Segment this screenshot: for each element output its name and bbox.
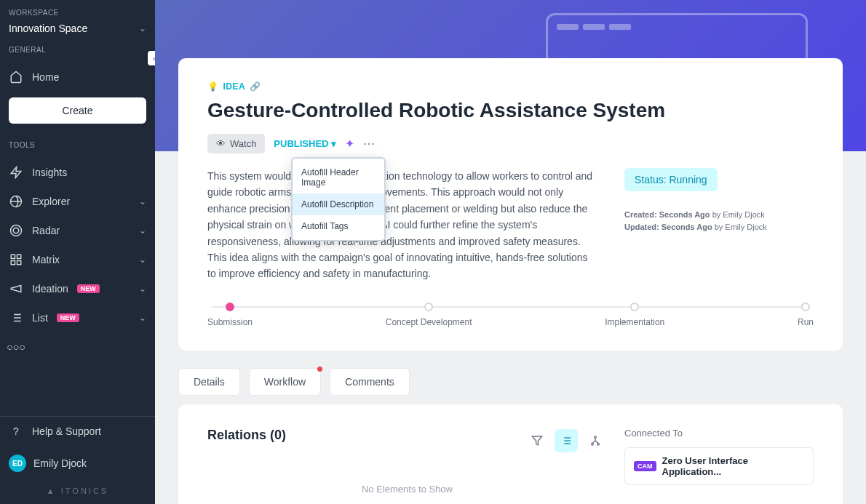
workspace-name: Innovation Space	[9, 23, 87, 34]
user-name: Emily Djock	[33, 457, 87, 469]
more-icon: ○○○	[9, 340, 23, 354]
lightbulb-icon: 💡	[207, 81, 219, 92]
idea-tag: 💡 IDEA 🔗	[207, 81, 814, 92]
list-icon	[9, 311, 23, 325]
connected-to-label: Connected To	[624, 428, 814, 439]
sidebar-item-list[interactable]: List NEW ⌄	[0, 303, 155, 332]
autofill-tags[interactable]: Autofill Tags	[293, 215, 384, 237]
chevron-down-icon: ⌄	[139, 313, 146, 323]
autofill-description[interactable]: Autofill Description	[293, 193, 384, 215]
sidebar-item-home[interactable]: Home	[0, 63, 155, 92]
megaphone-icon	[9, 281, 23, 296]
radar-label: Radar	[32, 225, 60, 236]
sparkle-button[interactable]: ✦	[345, 137, 354, 151]
svg-point-2	[13, 228, 19, 233]
watch-button[interactable]: 👁 Watch	[207, 134, 265, 153]
chevron-down-icon: ⌄	[139, 255, 146, 265]
svg-rect-4	[17, 255, 21, 258]
notification-dot	[317, 367, 322, 372]
caret-down-icon: ▾	[331, 138, 336, 149]
tools-label: TOOLS	[9, 141, 146, 149]
idea-card: 💡 IDEA 🔗 Gesture-Controlled Robotic Assi…	[178, 58, 843, 351]
home-icon	[9, 70, 23, 84]
workspace-label: WORKSPACE	[9, 9, 146, 17]
eye-icon: 👁	[216, 138, 226, 149]
svg-rect-6	[17, 261, 21, 265]
sidebar-more[interactable]: ○○○	[0, 332, 155, 361]
brand-logo: ▲ ITONICS	[0, 481, 155, 504]
create-button[interactable]: Create	[9, 97, 146, 124]
sidebar-item-explorer[interactable]: Explorer ⌄	[0, 187, 155, 216]
more-button[interactable]: ⋯	[363, 137, 375, 151]
grid-icon	[9, 252, 23, 267]
watch-label: Watch	[230, 138, 256, 149]
explorer-label: Explorer	[32, 196, 70, 207]
help-support[interactable]: ? Help & Support	[0, 417, 155, 446]
insights-label: Insights	[32, 167, 67, 178]
sidebar: WORKSPACE Innovation Space ⌄ « GENERAL H…	[0, 0, 155, 504]
page-title: Gesture-Controlled Robotic Assistance Sy…	[207, 99, 814, 122]
empty-state: No Elements to Show	[207, 469, 607, 504]
user-menu[interactable]: ED Emily Djock	[0, 446, 155, 481]
list-label: List	[32, 312, 48, 324]
status-badge: Status: Running	[624, 168, 718, 191]
cam-badge: CAM	[634, 461, 656, 471]
ideation-label: Ideation	[32, 283, 68, 295]
sidebar-item-insights[interactable]: Insights	[0, 158, 155, 187]
svg-point-18	[592, 444, 594, 446]
relations-card: Relations (0) No Elements to Show —Relat…	[178, 404, 843, 504]
idea-tag-text: IDEA	[223, 81, 246, 92]
sidebar-item-radar[interactable]: Radar ⌄	[0, 216, 155, 245]
new-badge: NEW	[77, 284, 100, 293]
workspace-selector[interactable]: Innovation Space ⌄	[9, 23, 146, 34]
tab-details[interactable]: Details	[178, 368, 240, 396]
published-label: PUBLISHED	[274, 138, 328, 149]
published-dropdown[interactable]: PUBLISHED ▾	[274, 138, 336, 149]
bolt-icon	[9, 165, 23, 180]
chevron-down-icon: ⌄	[139, 196, 146, 207]
home-label: Home	[32, 71, 59, 83]
globe-icon	[9, 194, 23, 209]
new-badge: NEW	[57, 313, 79, 322]
step-submission[interactable]: Submission	[207, 303, 253, 327]
radar-icon	[9, 223, 23, 238]
svg-point-17	[595, 436, 597, 439]
tab-comments[interactable]: Comments	[330, 368, 410, 396]
autofill-dropdown: Autofill Header Image Autofill Descripti…	[291, 157, 386, 241]
progress-tracker: Submission Concept Development Implement…	[207, 303, 814, 327]
autofill-header-image[interactable]: Autofill Header Image	[293, 161, 384, 193]
general-label: GENERAL	[9, 46, 146, 54]
svg-marker-13	[532, 436, 541, 445]
step-run[interactable]: Run	[798, 303, 814, 327]
step-implementation[interactable]: Implementation	[605, 303, 664, 327]
connected-item-text: Zero User Interface Application...	[662, 455, 805, 477]
chevron-down-icon: ⌄	[139, 23, 146, 33]
relations-title: Relations (0)	[207, 428, 286, 443]
tabs: Details Workflow Comments	[178, 368, 843, 396]
connected-item[interactable]: CAM Zero User Interface Application...	[624, 447, 814, 485]
chevron-down-icon: ⌄	[139, 225, 146, 236]
svg-rect-5	[11, 261, 15, 265]
chevron-down-icon: ⌄	[139, 284, 146, 294]
step-concept[interactable]: Concept Development	[386, 303, 472, 327]
tree-view-button[interactable]	[584, 429, 607, 452]
svg-rect-3	[11, 255, 15, 258]
created-meta: Created: Seconds Ago by Emily Djock Upda…	[624, 209, 814, 233]
svg-point-19	[597, 444, 600, 446]
help-icon: ?	[9, 424, 23, 439]
svg-point-1	[11, 225, 22, 236]
link-icon[interactable]: 🔗	[250, 81, 261, 92]
main-content: 💡 IDEA 🔗 Gesture-Controlled Robotic Assi…	[155, 0, 866, 504]
list-view-button[interactable]	[555, 429, 578, 452]
matrix-label: Matrix	[32, 254, 60, 265]
sidebar-item-ideation[interactable]: Ideation NEW ⌄	[0, 274, 155, 303]
help-label: Help & Support	[32, 425, 101, 437]
avatar: ED	[9, 455, 26, 472]
filter-button[interactable]	[525, 429, 549, 452]
tab-workflow[interactable]: Workflow	[249, 368, 321, 396]
idea-description: This system would use gesture recognitio…	[207, 168, 595, 282]
sidebar-item-matrix[interactable]: Matrix ⌄	[0, 245, 155, 274]
